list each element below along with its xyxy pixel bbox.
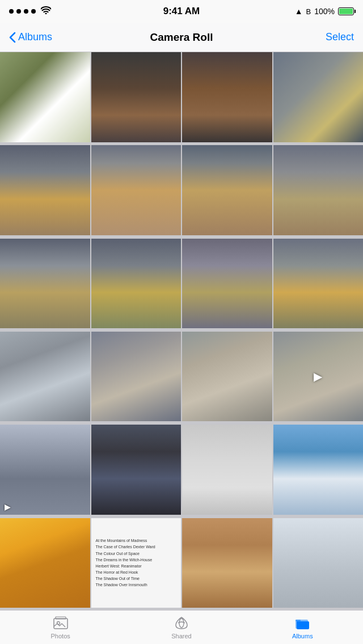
tab-photos[interactable]: Photos (1, 615, 120, 639)
svg-rect-0 (54, 618, 67, 629)
location-icon: ▲ (295, 7, 303, 16)
shared-tab-label: Shared (171, 633, 191, 639)
photo-cell-19[interactable] (182, 425, 272, 515)
photo-cell-1[interactable] (0, 52, 90, 142)
status-time: 9:41 AM (163, 6, 200, 17)
signal-dot-4 (31, 9, 36, 14)
back-button[interactable]: Albums (9, 31, 52, 43)
photo-cell-9[interactable] (0, 239, 90, 329)
signal-dot-3 (24, 9, 28, 14)
photo-cell-20[interactable] (273, 425, 364, 515)
photo-cell-22[interactable]: At the Mountains of Madness The Case of … (91, 518, 182, 608)
photo-cell-7[interactable] (182, 145, 272, 235)
select-button[interactable]: Select (326, 31, 354, 43)
battery-icon-container (338, 7, 354, 15)
photo-cell-10[interactable] (91, 239, 182, 329)
battery-icon (338, 7, 354, 15)
photo-cell-4[interactable] (273, 52, 364, 142)
wifi-icon (41, 6, 51, 16)
tab-albums[interactable]: Albums (243, 615, 362, 639)
svg-rect-5 (296, 620, 301, 621)
photo-cell-2[interactable] (91, 52, 182, 142)
photo-cell-23[interactable] (182, 518, 272, 608)
photo-cell-18[interactable] (91, 425, 182, 515)
photo-cell-6[interactable] (91, 145, 182, 235)
tab-shared[interactable]: Shared (121, 615, 241, 639)
status-right-area: ▲ B 100% (295, 7, 354, 16)
photo-cell-15[interactable] (182, 332, 272, 422)
photo-cell-16[interactable]: ▶ (273, 332, 364, 422)
photo-cell-17[interactable]: ▶ (0, 425, 90, 515)
photo-cell-3[interactable] (182, 52, 272, 142)
albums-tab-label: Albums (292, 633, 313, 639)
svg-rect-7 (297, 621, 302, 623)
shared-icon (174, 615, 189, 631)
signal-dot-2 (16, 9, 21, 14)
back-label: Albums (18, 31, 52, 43)
photo-cell-24[interactable] (273, 518, 364, 608)
tab-bar: Photos Shared Albums (0, 610, 363, 644)
signal-area (9, 6, 51, 16)
nav-bar: Albums Camera Roll Select (0, 23, 363, 52)
bluetooth-icon: B (306, 7, 311, 16)
photo-cell-13[interactable] (0, 332, 90, 422)
signal-dot-1 (9, 9, 14, 14)
svg-rect-1 (56, 617, 66, 619)
status-bar: 9:41 AM ▲ B 100% (0, 0, 363, 23)
photo-cell-11[interactable] (182, 239, 272, 329)
svg-point-3 (179, 618, 184, 628)
photo-grid: ▶ ▶ At the Mountains of Madness The Case… (0, 52, 363, 610)
albums-icon (294, 615, 310, 631)
battery-percentage: 100% (314, 7, 335, 16)
photo-cell-14[interactable] (91, 332, 182, 422)
photo-cell-5[interactable] (0, 145, 90, 235)
photos-tab-label: Photos (51, 633, 70, 639)
battery-fill (339, 9, 353, 14)
photo-cell-21[interactable] (0, 518, 90, 608)
photo-cell-12[interactable] (273, 239, 364, 329)
photo-cell-8[interactable] (273, 145, 364, 235)
photos-icon (53, 615, 69, 631)
page-title: Camera Roll (150, 31, 213, 44)
